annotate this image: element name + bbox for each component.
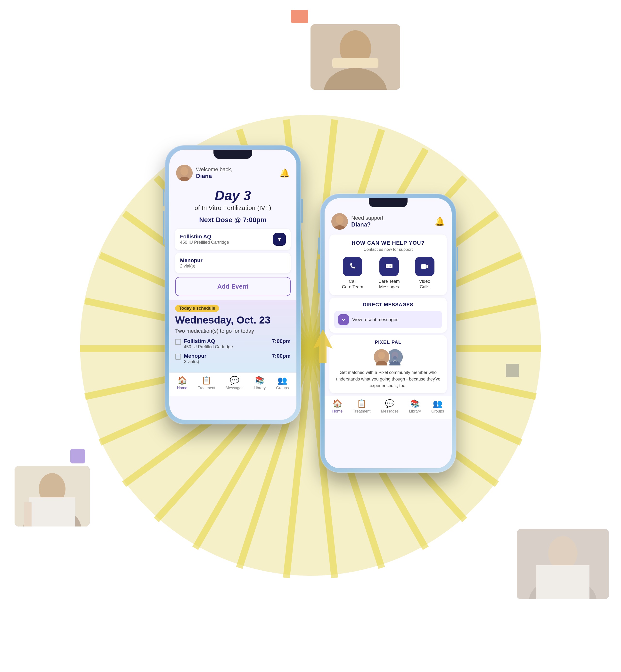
medication-card-2[interactable]: Menopur 2 vial(s): [175, 253, 291, 273]
message-preview-text: View recent messages: [352, 317, 399, 322]
photo-card-bottom-right: [517, 529, 609, 599]
medication-card-1[interactable]: Follistim AQ 450 IU Prefilled Cartridge …: [175, 229, 291, 250]
svg-point-20: [336, 215, 343, 224]
med-info-2: Menopur 2 vial(s): [180, 257, 203, 269]
day-sub: of In Vitro Fertilization (IVF): [169, 204, 296, 212]
call-care-team-label: CallCare Team: [342, 279, 363, 290]
right-screen-content: Need support, Diana? 🔔 HOW CAN WE HELP Y…: [325, 198, 452, 468]
nav-home-left[interactable]: 🏠 Home: [177, 376, 187, 390]
nav-groups-left[interactable]: 👥 Groups: [276, 376, 289, 390]
left-phone-screen: Welcome back, Diana 🔔 Day 3 of In Vitro …: [169, 150, 296, 420]
schedule-med-time-1: 7:00pm: [272, 338, 291, 344]
right-phone: Need support, Diana? 🔔 HOW CAN WE HELP Y…: [320, 194, 456, 473]
svg-point-12: [548, 536, 577, 570]
med-info-1: Follistim AQ 450 IU Prefilled Cartridge: [180, 234, 229, 245]
svg-rect-8: [24, 502, 32, 527]
message-preview-icon: [338, 314, 349, 325]
messages-icon: [379, 257, 399, 276]
home-icon-right: 🏠: [333, 399, 342, 408]
care-team-messages-button[interactable]: Care TeamMessages: [378, 257, 400, 290]
nav-home-right[interactable]: 🏠 Home: [332, 399, 342, 414]
med-desc-2: 2 vial(s): [180, 264, 203, 269]
schedule-med-desc-2: 2 vial(s): [184, 359, 269, 364]
home-icon-left: 🏠: [177, 376, 187, 385]
nav-treatment-left[interactable]: 📋 Treatment: [198, 376, 215, 390]
schedule-item-2: Menopur 2 vial(s) 7:00pm: [175, 353, 291, 364]
next-dose: Next Dose @ 7:00pm: [169, 216, 296, 224]
nav-label-messages-left: Messages: [225, 386, 243, 390]
messages-icon-left: 💬: [230, 376, 239, 385]
direct-messages-title: DIRECT MESSAGES: [334, 302, 442, 307]
user-info-left: Welcome back, Diana: [176, 165, 233, 181]
nav-label-library-left: Library: [254, 386, 265, 390]
nav-label-home-left: Home: [177, 386, 187, 390]
bottom-nav-right: 🏠 Home 📋 Treatment 💬 Messages 📚: [325, 396, 452, 419]
nav-groups-right[interactable]: 👥 Groups: [431, 399, 444, 414]
svg-point-33: [393, 356, 397, 360]
phones-container: Welcome back, Diana 🔔 Day 3 of In Vitro …: [141, 97, 480, 606]
direct-messages-section: DIRECT MESSAGES View recent messages: [329, 298, 447, 333]
nav-library-left[interactable]: 📚 Library: [254, 376, 265, 390]
med-desc-1: 450 IU Prefilled Cartridge: [180, 240, 229, 245]
treatment-icon-right: 📋: [357, 399, 367, 408]
pixel-pal-description: Get matched with a Pixel community membe…: [334, 369, 442, 389]
nav-messages-left[interactable]: 💬 Messages: [225, 376, 243, 390]
svg-marker-26: [426, 264, 428, 269]
left-header: Welcome back, Diana 🔔: [169, 161, 296, 183]
svg-rect-7: [29, 497, 75, 527]
avatar-left: [176, 165, 193, 181]
pixel-pal-section: PIXEL PAL: [329, 335, 447, 393]
schedule-sub: Two medication(s) to go for today: [175, 328, 291, 334]
today-badge: Today's schedule: [175, 305, 219, 312]
video-icon: [415, 257, 434, 276]
arrow-decoration: [313, 329, 333, 364]
call-care-team-button[interactable]: CallCare Team: [342, 257, 363, 290]
bell-icon-left[interactable]: 🔔: [280, 168, 290, 178]
svg-marker-14: [313, 329, 333, 363]
photo-placeholder: [14, 466, 90, 527]
right-phone-shell: Need support, Diana? 🔔 HOW CAN WE HELP Y…: [320, 194, 456, 473]
welcome-block-right: Need support, Diana?: [351, 215, 385, 228]
nav-messages-right[interactable]: 💬 Messages: [381, 399, 399, 414]
right-phone-screen: Need support, Diana? 🔔 HOW CAN WE HELP Y…: [325, 198, 452, 468]
message-preview[interactable]: View recent messages: [334, 311, 442, 328]
nav-label-treatment-left: Treatment: [198, 386, 215, 390]
welcome-text-left: Welcome back,: [196, 166, 233, 173]
nav-library-right[interactable]: 📚 Library: [409, 399, 421, 414]
svg-point-22: [387, 265, 388, 266]
med-name-2: Menopur: [180, 257, 203, 264]
checkbox-2[interactable]: [175, 354, 181, 360]
welcome-text-right: Need support,: [351, 215, 385, 221]
photo-placeholder: [517, 529, 609, 599]
deco-square-top: [291, 10, 308, 23]
checkbox-1[interactable]: [175, 339, 181, 345]
how-help-section: HOW CAN WE HELP YOU? Contact us now for …: [329, 235, 447, 295]
schedule-date: Wednesday, Oct. 23: [175, 314, 291, 326]
svg-point-24: [390, 265, 391, 266]
right-phone-notch: [369, 198, 408, 207]
schedule-item-1: Follistim AQ 450 IU Prefilled Cartridge …: [175, 338, 291, 349]
deco-square-left: [70, 449, 85, 463]
avatar-right: [331, 213, 348, 230]
pal-avatar-1: [373, 348, 390, 366]
nav-treatment-right[interactable]: 📋 Treatment: [353, 399, 370, 414]
pixel-pal-title: PIXEL PAL: [334, 339, 442, 345]
groups-icon-left: 👥: [278, 376, 287, 385]
nav-label-home-right: Home: [332, 409, 342, 414]
schedule-med-time-2: 7:00pm: [272, 353, 291, 359]
nav-label-groups-right: Groups: [431, 409, 444, 414]
deco-square-right: [506, 364, 519, 377]
med-item-info-1: Follistim AQ 450 IU Prefilled Cartridge: [184, 338, 269, 349]
user-info-right: Need support, Diana?: [331, 213, 385, 230]
schedule-section: Today's schedule Wednesday, Oct. 23 Two …: [169, 300, 296, 373]
bell-icon-right[interactable]: 🔔: [435, 217, 445, 226]
help-buttons: CallCare Team: [334, 257, 442, 290]
med-item-info-2: Menopur 2 vial(s): [184, 353, 269, 364]
welcome-block-left: Welcome back, Diana: [196, 166, 233, 179]
video-calls-button[interactable]: VideoCalls: [415, 257, 434, 290]
add-event-button[interactable]: Add Event: [175, 277, 291, 296]
med-arrow-1[interactable]: ▼: [273, 233, 286, 246]
photo-card-top-right: [310, 24, 400, 90]
schedule-med-name-1: Follistim AQ: [184, 338, 269, 344]
nav-label-groups-left: Groups: [276, 386, 289, 390]
